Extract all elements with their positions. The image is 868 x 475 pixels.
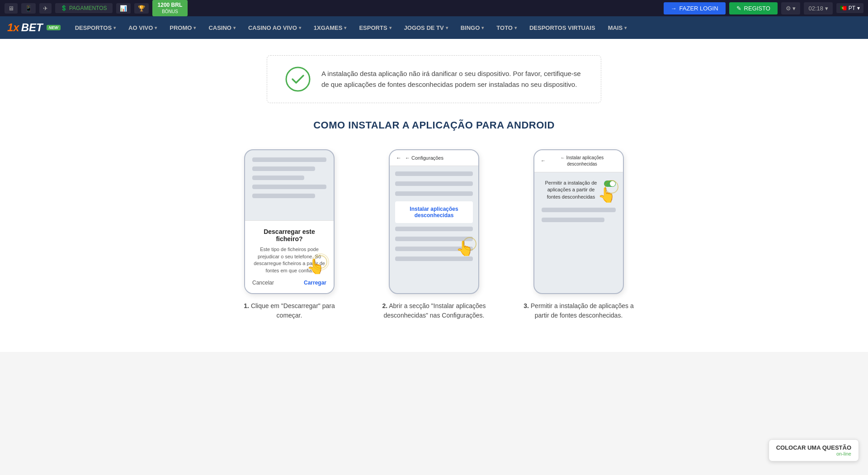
login-button[interactable]: → FAZER LOGIN — [664, 2, 726, 14]
bonus-btn[interactable]: 1200 BRL BÓNUS — [152, 0, 188, 16]
register-icon: ✎ — [736, 5, 741, 12]
step-number: 2. — [382, 302, 387, 309]
allow-header: ← ← Instalar aplicações desconhecidas — [534, 150, 623, 172]
time-display[interactable]: 02:18 ▾ — [804, 2, 832, 14]
tap-ripple — [605, 180, 618, 194]
gray-bar — [395, 181, 473, 186]
step-3: ← ← Instalar aplicações desconhecidas Pe… — [520, 149, 637, 320]
chevron-down-icon: ▾ — [446, 25, 448, 30]
phone-mockup-2: ← ← Configurações Instalar aplicações de… — [389, 149, 479, 294]
gray-bar — [395, 256, 473, 261]
chevron-down-icon: ▾ — [233, 25, 236, 30]
nav-bar: 1xBET NEW DESPORTOS ▾ AO VIVO ▾ PROMO ▾ … — [0, 16, 868, 39]
gray-bar — [252, 176, 304, 180]
nav-desportos[interactable]: DESPORTOS ▾ — [70, 16, 121, 39]
step-3-desc: 3. Permitir a instalação de aplicações a… — [520, 301, 637, 320]
chevron-down-icon: ▾ — [624, 25, 627, 30]
chevron-down-icon: ▾ — [155, 25, 157, 30]
top-bar-right: → FAZER LOGIN ✎ REGISTO ⚙ ▾ 02:18 ▾ 🇵🇹 P… — [664, 2, 863, 14]
chevron-down-icon: ▾ — [344, 25, 346, 30]
highlighted-setting: Instalar aplicações desconhecidas — [395, 201, 473, 223]
dialog-title: Descarregar este ficheiro? — [252, 228, 326, 242]
nav-casino[interactable]: CASINO ▾ — [203, 16, 241, 39]
download-button[interactable]: Carregar — [304, 280, 326, 286]
gray-bar — [252, 194, 315, 198]
logo-1x: 1x — [7, 21, 19, 34]
nav-ao-vivo[interactable]: AO VIVO ▾ — [123, 16, 162, 39]
top-bar-left: 🖥 📱 ✈ 💲 PAGAMENTOS 📊 🏆 1200 BRL BÓNUS — [5, 0, 660, 16]
step-2: ← ← Configurações Instalar aplicações de… — [375, 149, 493, 320]
step-1-desc: 1. Clique em "Descarregar" para começar. — [231, 301, 348, 320]
flag-icon: 🇵🇹 — [840, 5, 847, 11]
chevron-down-icon: ▾ — [514, 25, 517, 30]
chevron-down-icon: ▾ — [481, 25, 484, 30]
steps-container: Descarregar este ficheiro? Este tipo de … — [18, 149, 850, 320]
gray-bar — [395, 227, 473, 231]
new-badge: NEW — [47, 25, 61, 30]
nav-bingo[interactable]: BINGO ▾ — [455, 16, 490, 39]
settings-header: ← ← Configurações — [390, 150, 478, 166]
phone-mockup-3: ← ← Instalar aplicações desconhecidas Pe… — [533, 149, 624, 294]
trophy-btn[interactable]: 🏆 — [134, 3, 149, 14]
nav-1xgames[interactable]: 1XGAMES ▾ — [308, 16, 352, 39]
dollar-icon: 💲 — [61, 5, 67, 11]
telegram-btn[interactable]: ✈ — [39, 3, 52, 14]
extra-bars — [534, 208, 623, 222]
main-content: A instalação desta aplicação não irá dan… — [0, 39, 868, 352]
setting-text: Permitir a instalação de aplicações a pa… — [542, 180, 600, 200]
install-title: COMO INSTALAR A APLICAÇÃO PARA ANDROID — [18, 119, 850, 131]
chevron-down-icon: ▾ — [193, 25, 196, 30]
nav-toto[interactable]: TOTO ▾ — [491, 16, 522, 39]
nav-promo[interactable]: PROMO ▾ — [164, 16, 201, 39]
gray-bar — [395, 171, 473, 176]
check-icon — [285, 66, 311, 92]
setting-label: Instalar aplicações desconhecidas — [401, 206, 467, 218]
chevron-down-icon: ▾ — [857, 5, 860, 11]
gear-icon: ⚙ ▾ — [786, 5, 796, 12]
info-text: A instalação desta aplicação não irá dan… — [321, 68, 583, 90]
desktop-btn[interactable]: 🖥 — [5, 3, 18, 14]
step-number: 3. — [524, 302, 529, 309]
nav-desportos-virtuais[interactable]: DESPORTOS VIRTUAIS — [524, 16, 601, 39]
step-number: 1. — [244, 302, 249, 309]
logo[interactable]: 1xBET NEW — [7, 21, 61, 34]
top-bar: 🖥 📱 ✈ 💲 PAGAMENTOS 📊 🏆 1200 BRL BÓNUS → … — [0, 0, 868, 16]
chevron-down-icon: ▾ — [113, 25, 116, 30]
tap-ripple-outer — [312, 253, 329, 271]
back-arrow-icon: ← — [396, 155, 401, 161]
back-arrow-icon: ← — [541, 157, 546, 164]
chevron-down-icon: ▾ — [389, 25, 392, 30]
payments-btn[interactable]: 💲 PAGAMENTOS — [55, 3, 113, 13]
chevron-down-icon: ▾ — [299, 25, 301, 30]
phone1-background — [245, 150, 334, 210]
language-button[interactable]: 🇵🇹 PT ▾ — [836, 3, 863, 13]
gray-bar — [252, 185, 326, 189]
mobile-btn[interactable]: 📱 — [21, 3, 36, 14]
tap-ripple — [463, 237, 476, 251]
gray-bar — [542, 208, 616, 212]
gray-bar — [395, 191, 473, 196]
settings-button[interactable]: ⚙ ▾ — [781, 2, 801, 14]
gray-bar — [252, 166, 315, 171]
svg-point-0 — [286, 67, 310, 91]
dialog-buttons: Cancelar Carregar — [252, 280, 326, 286]
nav-mais[interactable]: MAIS ▾ — [603, 16, 632, 39]
barchart-btn[interactable]: 📊 — [116, 3, 131, 14]
nav-esports[interactable]: ESPORTS ▾ — [354, 16, 396, 39]
logo-bet: BET — [21, 21, 43, 34]
nav-casino-ao-vivo[interactable]: CASINO AO VIVO ▾ — [243, 16, 307, 39]
info-box: A instalação desta aplicação não irá dan… — [267, 55, 601, 103]
step-1: Descarregar este ficheiro? Este tipo de … — [231, 149, 348, 320]
gray-bar — [542, 218, 604, 222]
phone-mockup-1: Descarregar este ficheiro? Este tipo de … — [244, 149, 335, 294]
cancel-button[interactable]: Cancelar — [252, 280, 274, 286]
login-icon: → — [671, 5, 677, 12]
install-section: COMO INSTALAR A APLICAÇÃO PARA ANDROID — [9, 110, 859, 343]
gray-bar — [252, 157, 326, 162]
register-button[interactable]: ✎ REGISTO — [729, 2, 778, 14]
step-2-desc: 2. Abrir a secção "Instalar aplicações d… — [375, 301, 493, 320]
nav-jogos-tv[interactable]: JOGOS DE TV ▾ — [399, 16, 453, 39]
